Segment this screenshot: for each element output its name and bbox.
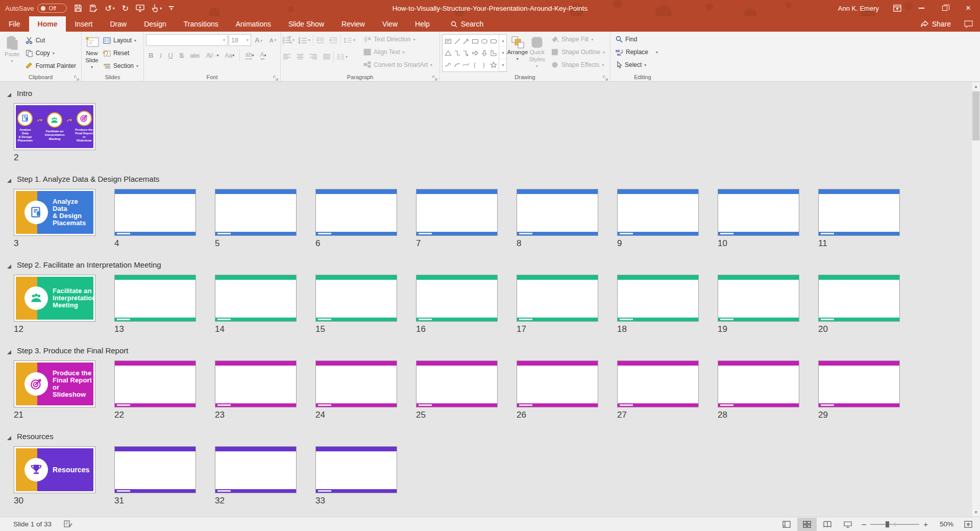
grow-font-button[interactable]: A▲ <box>252 34 266 46</box>
autosave-pill[interactable]: Off <box>37 4 67 13</box>
slide-13-thumbnail[interactable] <box>114 275 196 322</box>
tab-draw[interactable]: Draw <box>101 16 135 32</box>
tab-insert[interactable]: Insert <box>66 16 101 32</box>
arc-shape-icon[interactable] <box>453 59 462 70</box>
fit-slide-to-window-button[interactable] <box>959 518 978 531</box>
slide-25-thumbnail[interactable] <box>416 360 498 407</box>
quick-styles-button[interactable]: Quick Styles▾ <box>528 33 546 72</box>
elbow-connector-shape-icon[interactable] <box>453 47 462 59</box>
share-button[interactable]: Share <box>920 20 951 28</box>
section-header[interactable]: Step 1. Analyze Data & Design Placemats <box>7 174 971 184</box>
shape-gallery-scroll[interactable]: ▲ ▼ ▼ <box>499 35 506 71</box>
autosave-toggle[interactable]: AutoSave Off <box>5 4 67 13</box>
find-button[interactable]: Find <box>612 33 661 45</box>
tab-design[interactable]: Design <box>135 16 175 32</box>
restore-button[interactable] <box>933 0 957 16</box>
text-shadow-button[interactable]: S <box>177 50 186 62</box>
save-button[interactable] <box>74 4 82 12</box>
rectangle-shape-icon[interactable] <box>471 36 480 47</box>
slide-18-thumbnail[interactable] <box>617 275 699 322</box>
align-left-button[interactable] <box>283 54 291 60</box>
slide-3-thumbnail[interactable]: Analyze Data & Design Placemats <box>14 189 95 236</box>
undo-dropdown-arrow[interactable]: ▾ <box>113 6 115 11</box>
change-case-button[interactable]: Aa▾ <box>223 50 237 62</box>
rounded-rectangle-shape-icon[interactable] <box>489 36 498 47</box>
shape-fill-button[interactable]: Shape Fill▾ <box>548 33 608 45</box>
slide-24-thumbnail[interactable] <box>315 360 397 407</box>
increase-indent-button[interactable] <box>329 37 338 44</box>
tab-home[interactable]: Home <box>29 16 66 32</box>
bold-button[interactable]: B <box>146 50 156 62</box>
shrink-font-button[interactable]: A▼ <box>267 34 280 46</box>
slide-sorter-view-button[interactable] <box>797 518 817 531</box>
slide-20-thumbnail[interactable] <box>818 275 900 322</box>
section-collapse-icon[interactable] <box>7 176 12 181</box>
slide-28-thumbnail[interactable] <box>718 360 799 407</box>
slide-29-thumbnail[interactable] <box>818 360 900 407</box>
slide-11-thumbnail[interactable] <box>818 189 900 236</box>
scrollbar-up-arrow[interactable]: ▲ <box>972 82 980 91</box>
arrow-shape-icon[interactable] <box>461 36 471 47</box>
start-from-beginning-button[interactable] <box>136 4 144 12</box>
comments-icon[interactable] <box>964 20 973 28</box>
scrollbar-thumb[interactable] <box>972 91 979 140</box>
section-header[interactable]: Intro <box>7 88 971 98</box>
triangle-shape-icon[interactable] <box>444 47 453 59</box>
curve-shape-icon[interactable] <box>461 59 471 70</box>
bullets-button[interactable] <box>283 37 291 44</box>
slide-26-thumbnail[interactable] <box>517 360 598 407</box>
columns-button[interactable] <box>336 54 345 60</box>
section-collapse-icon[interactable] <box>7 90 12 95</box>
undo-button[interactable]: ↺▾ <box>105 4 114 13</box>
oval-shape-icon[interactable] <box>480 36 489 47</box>
save-as-button[interactable] <box>89 4 97 12</box>
elbow-arrow-connector-shape-icon[interactable] <box>461 47 471 59</box>
slide-7-thumbnail[interactable] <box>416 189 498 236</box>
shape-gallery-more-icon[interactable]: ▼ <box>499 59 506 71</box>
shape-scroll-up-icon[interactable]: ▲ <box>499 35 506 47</box>
align-center-button[interactable] <box>296 54 304 60</box>
underline-button[interactable]: U <box>165 50 176 62</box>
new-slide-button[interactable]: New Slide▾ <box>84 33 100 72</box>
font-dialog-launcher[interactable] <box>273 74 279 80</box>
right-brace-shape-icon[interactable]: } <box>480 59 489 70</box>
corner-shape-shape-icon[interactable] <box>489 47 498 59</box>
cut-button[interactable]: Cut <box>22 34 79 46</box>
tab-slide-show[interactable]: Slide Show <box>280 16 333 32</box>
down-block-arrow-shape-icon[interactable] <box>480 47 489 59</box>
tab-help[interactable]: Help <box>406 16 438 32</box>
text-direction-button[interactable]: A Text Direction▾ <box>360 33 435 45</box>
zoom-level[interactable]: 50% <box>932 520 953 528</box>
zoom-out-button[interactable]: – <box>862 520 866 529</box>
ribbon-display-options-button[interactable] <box>888 0 906 16</box>
slide-10-thumbnail[interactable] <box>718 189 799 236</box>
font-name-combobox[interactable]: ▾ <box>146 34 228 46</box>
zoom-slider-thumb[interactable] <box>886 521 889 527</box>
spell-check-icon[interactable] <box>64 520 72 528</box>
font-color-button[interactable]: A▾ <box>258 50 269 62</box>
slide-4-thumbnail[interactable] <box>114 189 196 236</box>
strikethrough-button[interactable]: abc <box>187 50 202 62</box>
paste-button[interactable]: Paste▾ <box>2 33 22 72</box>
font-size-combobox[interactable]: 18▾ <box>229 34 251 46</box>
layout-button[interactable]: Layout▾ <box>100 34 141 46</box>
slide-31-thumbnail[interactable] <box>114 446 196 493</box>
tab-transitions[interactable]: Transitions <box>175 16 227 32</box>
align-right-button[interactable] <box>309 54 317 60</box>
slide-8-thumbnail[interactable] <box>517 189 598 236</box>
select-button[interactable]: Select▾ <box>612 59 661 71</box>
section-header[interactable]: Resources <box>7 431 971 441</box>
italic-button[interactable]: I <box>157 50 165 62</box>
section-collapse-icon[interactable] <box>7 433 12 439</box>
section-header[interactable]: Step 2. Facilitate an Interpretation Mee… <box>7 259 971 270</box>
section-collapse-icon[interactable] <box>7 348 12 353</box>
slide-indicator[interactable]: Slide 1 of 33 <box>13 520 52 528</box>
shape-scroll-down-icon[interactable]: ▼ <box>499 47 506 59</box>
tab-file[interactable]: File <box>0 16 29 32</box>
reading-view-button[interactable] <box>818 518 837 531</box>
copy-button[interactable]: Copy▾ <box>22 47 79 59</box>
drawing-dialog-launcher[interactable] <box>603 74 608 80</box>
section-collapse-icon[interactable] <box>7 262 12 267</box>
slide-27-thumbnail[interactable] <box>617 360 699 407</box>
slide-17-thumbnail[interactable] <box>517 275 598 322</box>
